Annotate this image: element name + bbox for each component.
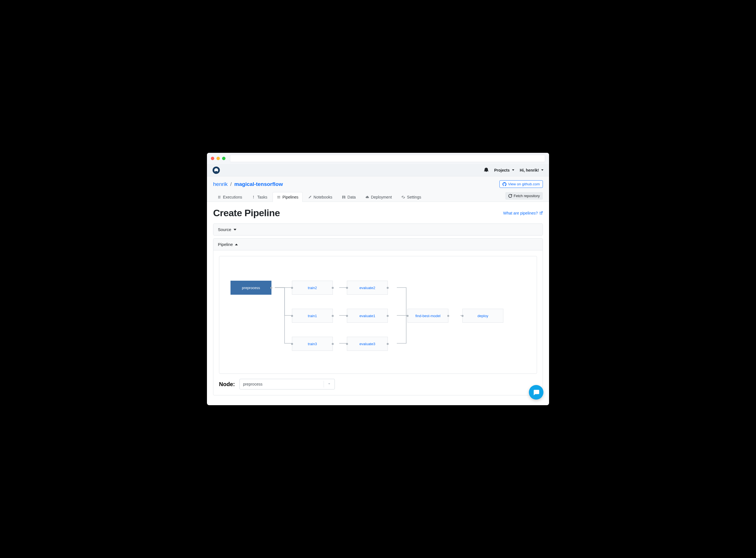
breadcrumb-repo[interactable]: magical-tensorflow [234, 181, 283, 187]
source-panel-header[interactable]: Source [213, 224, 543, 235]
tab-settings[interactable]: Settings [397, 192, 425, 202]
view-on-github-button[interactable]: View on github.com [499, 180, 543, 188]
window-controls [211, 157, 225, 160]
sub-header: henrik / magical-tensorflow View on gith… [207, 176, 549, 202]
breadcrumb-owner[interactable]: henrik [213, 181, 228, 187]
minimize-window-button[interactable] [217, 157, 220, 160]
caret-down-icon [541, 169, 544, 171]
titlebar [207, 153, 549, 164]
source-panel: Source [213, 224, 543, 235]
caret-up-icon [235, 244, 238, 245]
app-logo[interactable] [212, 167, 220, 174]
chat-icon [532, 389, 540, 396]
graph-node-preprocess[interactable]: preprocess [230, 281, 272, 295]
node-select[interactable]: preprocess [240, 379, 335, 389]
breadcrumb-sep: / [230, 181, 232, 187]
breadcrumb: henrik / magical-tensorflow [213, 181, 283, 187]
projects-dropdown[interactable]: Projects [494, 168, 514, 173]
close-window-button[interactable] [211, 157, 214, 160]
page-title: Create Pipeline [213, 207, 280, 219]
save-icon [342, 195, 346, 199]
url-bar[interactable] [230, 155, 545, 162]
exclamation-icon [252, 195, 255, 199]
pipeline-icon [277, 195, 281, 199]
pencil-icon [308, 195, 312, 199]
hash-icon [217, 195, 221, 199]
main-content: Create Pipeline What are pipelines? Sour… [207, 202, 549, 405]
top-nav: Projects Hi, henrik! [207, 164, 549, 176]
graph-node-find-best-model[interactable]: find-best-model [407, 309, 448, 323]
tab-deployment[interactable]: Deployment [361, 192, 396, 202]
gear-icon [401, 195, 405, 199]
graph-node-train3[interactable]: train3 [292, 337, 333, 351]
greeting-label: Hi, henrik! [520, 168, 539, 173]
tab-executions[interactable]: Executions [213, 192, 246, 202]
graph-node-evaluate1[interactable]: evaluate1 [347, 309, 388, 323]
node-label: Node: [219, 381, 235, 387]
pipeline-graph[interactable]: preprocess train2 train1 train3 [219, 256, 537, 374]
cloud-icon [366, 195, 369, 199]
caret-down-icon [233, 229, 236, 230]
external-link-icon [539, 211, 543, 215]
pipeline-panel: Pipeline [213, 238, 543, 396]
caret-down-icon [512, 169, 514, 171]
chevron-down-icon [327, 382, 331, 387]
bell-icon[interactable] [484, 168, 488, 173]
graph-node-deploy[interactable]: deploy [462, 309, 503, 323]
projects-label: Projects [494, 168, 509, 173]
maximize-window-button[interactable] [222, 157, 225, 160]
help-link[interactable]: What are pipelines? [503, 211, 543, 215]
user-dropdown[interactable]: Hi, henrik! [520, 168, 544, 173]
graph-node-train2[interactable]: train2 [292, 281, 333, 295]
github-icon [503, 182, 506, 186]
refresh-icon [508, 194, 512, 198]
tab-notebooks[interactable]: Notebooks [304, 192, 336, 202]
graph-node-evaluate2[interactable]: evaluate2 [347, 281, 388, 295]
graph-node-train1[interactable]: train1 [292, 309, 333, 323]
pipeline-panel-header[interactable]: Pipeline [213, 238, 543, 250]
tabs: Executions Tasks Pipelines Notebooks Dat… [213, 192, 425, 202]
graph-node-evaluate3[interactable]: evaluate3 [347, 337, 388, 351]
tab-data[interactable]: Data [337, 192, 360, 202]
tab-tasks[interactable]: Tasks [247, 192, 272, 202]
chat-widget-button[interactable] [529, 385, 544, 400]
browser-window: Projects Hi, henrik! henrik / magical-te… [207, 153, 549, 405]
tab-pipelines[interactable]: Pipelines [273, 192, 303, 202]
fetch-repository-button[interactable]: Fetch repository [505, 192, 543, 200]
